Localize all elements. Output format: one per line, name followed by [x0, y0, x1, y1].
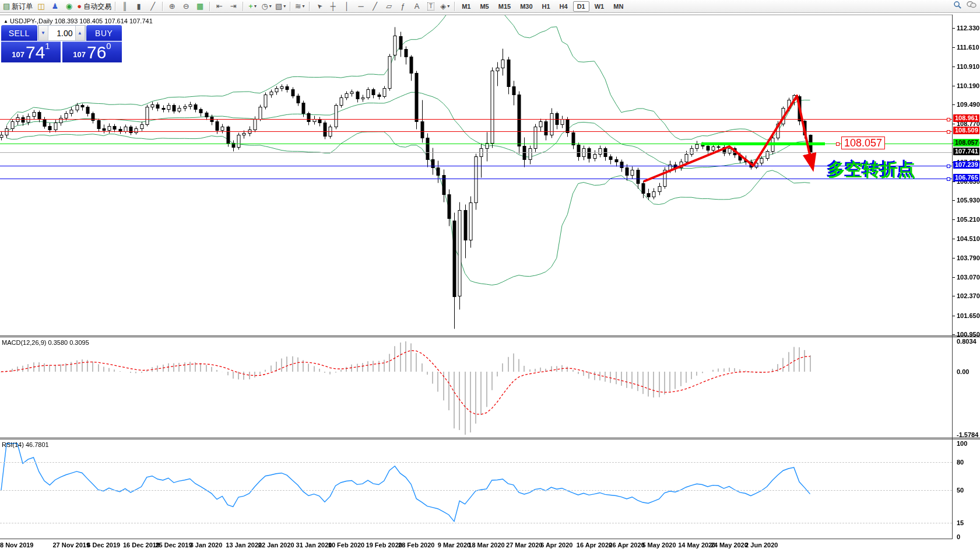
dropdown-caret-icon: ▾ — [283, 1, 286, 12]
turning-point-note[interactable]: 多空转折点 — [828, 158, 915, 182]
date-label: 5 May 2020 — [642, 541, 676, 548]
zoom-in-button[interactable]: ⊕ — [165, 1, 179, 12]
price-tick-label: 103.070 — [957, 274, 980, 281]
profiles-button[interactable]: ◷▾ — [259, 1, 273, 12]
timeframe-m15-button[interactable]: M15 — [494, 1, 515, 12]
date-label: 27 Mar 2020 — [506, 541, 542, 548]
sell-button[interactable]: SELL — [1, 25, 37, 41]
channel-tool-button[interactable]: ▱ — [382, 1, 396, 12]
price-axis[interactable]: 112.330111.610110.910110.190109.490108.7… — [952, 15, 980, 539]
price-tick-label: 110.190 — [957, 82, 979, 89]
vertical-line-tool-button[interactable]: │ — [340, 1, 354, 12]
toolbar-separator — [115, 2, 115, 11]
price-tick-mark — [953, 277, 955, 278]
chat-button[interactable] — [964, 1, 978, 12]
timeframe-h4-button[interactable]: H4 — [556, 1, 572, 12]
date-label: 22 Jan 2020 — [258, 541, 294, 548]
price-badge: 108.961 — [953, 114, 979, 122]
bar-chart-button[interactable]: ║ — [118, 1, 132, 12]
macd-canvas[interactable] — [0, 337, 952, 438]
price-tick-mark — [953, 124, 955, 124]
price-tick-mark — [953, 296, 955, 296]
auto-scroll-button[interactable]: ⇤ — [212, 1, 226, 12]
indicators-button[interactable]: ≋▾ — [293, 1, 307, 12]
arrows-tool-button[interactable]: ◈▾ — [438, 1, 452, 12]
text-tool-button[interactable]: A — [410, 1, 424, 12]
symbol-info-text: USDJPY-,Daily 108.393 108.405 107.614 10… — [10, 18, 153, 25]
dropdown-caret-icon: ▾ — [303, 1, 305, 12]
timeframe-m30-button[interactable]: M30 — [516, 1, 536, 12]
search-button[interactable] — [950, 1, 964, 12]
timeframe-mn-button[interactable]: MN — [609, 1, 627, 12]
rsi-label: RSI(14) 46.7801 — [2, 441, 49, 448]
trend-zigzag-arrow[interactable] — [0, 15, 952, 336]
macd-tick-label: -1.5784 — [957, 431, 978, 438]
zoom-out-icon: ⊖ — [183, 1, 189, 12]
text-label-tool-button[interactable]: T — [424, 1, 438, 12]
line-chart-button[interactable]: ╱ — [146, 1, 160, 12]
timeframe-w1-button[interactable]: W1 — [591, 1, 609, 12]
price-tick-mark — [953, 104, 955, 105]
search-icon — [953, 1, 962, 12]
buy-price-display[interactable]: 107 760 — [62, 41, 122, 62]
toolbar-separator — [243, 2, 243, 11]
date-label: 6 Apr 2020 — [540, 541, 572, 548]
rsi-tick-label: 80 — [957, 459, 964, 466]
level-price-label[interactable]: 108.057 — [841, 137, 885, 149]
dropdown-caret-icon: ▾ — [269, 1, 272, 12]
market-watch-button[interactable]: ◫ — [34, 1, 48, 12]
price-tick-mark — [953, 258, 955, 258]
price-label-handle[interactable] — [836, 142, 840, 146]
timeframe-m5-button[interactable]: M5 — [476, 1, 493, 12]
time-axis[interactable]: 8 Nov 201927 Nov 20196 Dec 201916 Dec 20… — [0, 540, 952, 551]
date-label: 27 Nov 2019 — [52, 541, 90, 548]
tile-windows-button[interactable]: ▦ — [193, 1, 207, 12]
fibonacci-tool-button[interactable]: ƒ — [396, 1, 410, 12]
sell-price-pips: 741 — [26, 44, 50, 61]
date-label: 13 Jan 2020 — [226, 541, 262, 548]
timeframe-h1-button[interactable]: H1 — [538, 1, 554, 12]
volume-input[interactable] — [48, 26, 75, 40]
zoom-out-button[interactable]: ⊖ — [179, 1, 193, 12]
new-chart-button[interactable]: +▾ — [245, 1, 259, 12]
price-tick-label: 105.930 — [957, 197, 980, 204]
toolbar-separator — [290, 2, 290, 11]
buy-button[interactable]: BUY — [86, 25, 122, 41]
cursor-tool-button[interactable]: ➤ — [312, 1, 326, 12]
new-order-button[interactable]: ▤新订单 — [2, 1, 34, 12]
auto-trading-button[interactable]: ●自动交易 — [76, 1, 113, 12]
rsi-panel: RSI(14) 46.7801 — [0, 439, 952, 539]
navigator-button[interactable]: ♟ — [48, 1, 62, 12]
trendline-tool-button[interactable]: ╱ — [368, 1, 382, 12]
tile-windows-icon: ▦ — [196, 1, 203, 12]
rsi-level-line — [0, 523, 952, 523]
price-tick-label: 104.510 — [957, 235, 980, 242]
crosshair-tool-button[interactable]: ┼ — [326, 1, 340, 12]
toolbar-separator — [209, 2, 210, 11]
toolbar-button-label: 新订单 — [12, 1, 33, 12]
buy-price-pips: 760 — [87, 44, 111, 61]
data-signal-button[interactable]: ◉ — [62, 1, 76, 12]
candlestick-chart-button[interactable]: ▮ — [132, 1, 146, 12]
rsi-tick-label: 0 — [957, 533, 960, 540]
rsi-canvas[interactable] — [0, 439, 952, 539]
profiles-icon: ◷ — [261, 1, 268, 12]
date-label: 9 Mar 2020 — [438, 541, 470, 548]
timeframe-d1-button[interactable]: D1 — [573, 1, 589, 12]
sell-price-display[interactable]: 107 741 — [1, 41, 61, 62]
templates-button[interactable]: ▧▾ — [273, 1, 287, 12]
volume-increase-button[interactable]: ▲ — [75, 26, 85, 40]
bar-chart-icon: ║ — [122, 1, 128, 12]
vertical-line-tool-icon: │ — [345, 1, 349, 12]
toolbar-separator — [309, 2, 310, 11]
crosshair-tool-icon: ┼ — [331, 1, 336, 12]
auto-scroll-icon: ⇤ — [216, 1, 223, 12]
date-label: 16 Apr 2020 — [577, 541, 612, 548]
volume-decrease-button[interactable]: ▼ — [38, 26, 48, 40]
timeframe-m1-button[interactable]: M1 — [458, 1, 475, 12]
chart-shift-button[interactable]: ⇥ — [226, 1, 240, 12]
date-label: 6 Dec 2019 — [87, 541, 120, 548]
horizontal-line-tool-button[interactable]: ─ — [354, 1, 368, 12]
arrows-tool-icon: ◈ — [440, 1, 446, 12]
date-label: 3 Jan 2020 — [190, 541, 223, 548]
